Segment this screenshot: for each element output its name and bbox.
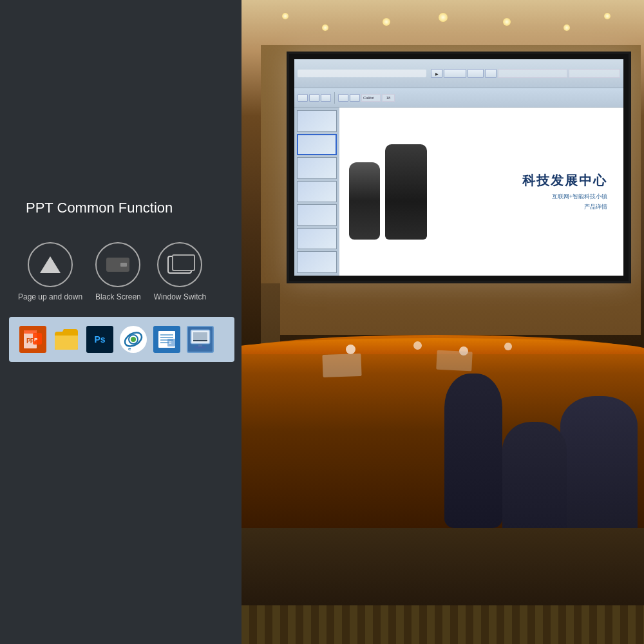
black-screen-icon xyxy=(106,258,129,272)
device-large xyxy=(385,144,427,240)
slide-thumb-1 xyxy=(297,110,337,132)
powerpoint-svg-icon: PPT P xyxy=(21,328,44,351)
app-icon-powerpoint[interactable]: PPT P xyxy=(19,326,46,353)
screen-frame-outer: ▶ Calibri xyxy=(287,52,631,283)
svg-rect-25 xyxy=(194,346,206,348)
window-switch-item[interactable]: Window Switch xyxy=(154,242,206,303)
black-screen-icon-circle xyxy=(95,242,140,287)
right-panel: ▶ Calibri xyxy=(242,0,644,644)
ceiling-light-right1 xyxy=(503,18,511,26)
chair-middle xyxy=(444,374,502,528)
carpet xyxy=(242,605,644,644)
ie-svg-icon: e xyxy=(121,327,146,352)
slide-thumb-7 xyxy=(297,251,337,273)
ceiling-light-center xyxy=(439,13,448,22)
screen-surface: ▶ Calibri xyxy=(294,59,623,276)
chair-right xyxy=(560,396,638,544)
device-small xyxy=(349,162,380,240)
page-up-down-icon-circle xyxy=(28,242,73,287)
page-up-down-label: Page up and down xyxy=(18,292,82,303)
slide-chinese-subtitle: 互联网+智能科技小镇 xyxy=(552,193,607,201)
slide-thumb-4 xyxy=(297,181,337,203)
app-icon-photoshop[interactable]: Ps xyxy=(86,326,113,353)
window-switch-icon xyxy=(167,256,192,274)
table-notepad-2 xyxy=(436,350,472,372)
svg-point-9 xyxy=(131,337,136,342)
window-switch-icon-circle xyxy=(157,242,202,287)
app-icon-folder[interactable] xyxy=(53,326,80,353)
section-title: PPT Common Function xyxy=(26,200,242,216)
black-screen-label: Black Screen xyxy=(95,292,141,303)
main-slide-display: 科技发展中心 互联网+智能科技小镇 产品详情 xyxy=(339,108,623,276)
slide-thumb-2-active xyxy=(297,134,337,156)
slide-thumb-5 xyxy=(297,204,337,226)
slide-chinese-sub2: 产品详情 xyxy=(584,203,607,211)
ppt-toolbar: ▶ xyxy=(294,59,623,88)
black-screen-item[interactable]: Black Screen xyxy=(95,242,141,303)
ceiling-light-far-right xyxy=(604,13,611,19)
left-panel: PPT Common Function Page up and down Bla… xyxy=(0,0,242,644)
ceiling-light-far-left xyxy=(282,13,289,19)
slide-text-right: 科技发展中心 互联网+智能科技小镇 产品详情 xyxy=(433,172,614,211)
slide-panel xyxy=(294,108,339,276)
svg-rect-24 xyxy=(198,344,202,346)
window-switch-label: Window Switch xyxy=(154,292,206,303)
svg-rect-23 xyxy=(193,340,207,341)
slide-thumb-6 xyxy=(297,228,337,250)
app-icon-desktop[interactable] xyxy=(187,326,214,353)
taskbar-strip: PPT P Ps e xyxy=(9,317,234,362)
page-up-down-item[interactable]: Page up and down xyxy=(18,242,82,303)
slide-thumb-3 xyxy=(297,157,337,179)
table-cup-1 xyxy=(346,345,355,354)
svg-rect-22 xyxy=(193,332,207,341)
screen-area: ▶ Calibri xyxy=(280,52,638,283)
product-devices xyxy=(349,144,427,240)
app-icon-ie[interactable]: e xyxy=(120,326,147,353)
folder-svg-icon xyxy=(53,327,79,352)
ceiling-light-left1 xyxy=(383,18,390,26)
svg-text:e: e xyxy=(128,346,131,352)
monitor-svg-icon xyxy=(188,327,213,352)
slide-chinese-title: 科技发展中心 xyxy=(522,172,607,189)
triangle-up-icon xyxy=(40,256,61,273)
table-notepad-1 xyxy=(323,354,362,377)
ceiling-light-left2 xyxy=(322,24,328,31)
app-icon-document[interactable]: ≡ xyxy=(153,326,180,353)
ppt-content-area: 科技发展中心 互联网+智能科技小镇 产品详情 xyxy=(294,108,623,276)
ppt-toolbar-2: Calibri 18 xyxy=(294,88,623,108)
doc-svg-icon: ≡ xyxy=(155,327,179,352)
floor xyxy=(242,528,644,644)
ps-text: Ps xyxy=(94,334,105,345)
function-icons-row: Page up and down Black Screen Window Swi… xyxy=(18,242,242,303)
ceiling-light-right2 xyxy=(564,24,570,31)
svg-text:≡: ≡ xyxy=(169,340,172,346)
